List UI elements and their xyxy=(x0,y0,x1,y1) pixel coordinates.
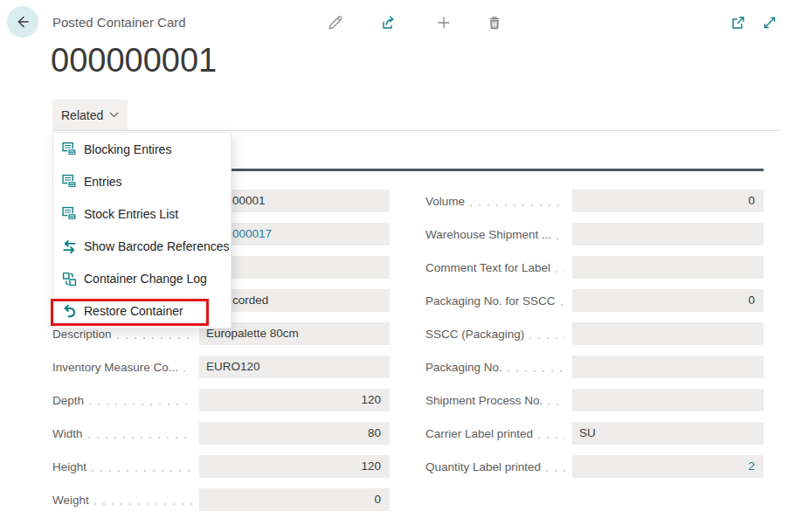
field-row: Shipment Process No. xyxy=(425,389,764,411)
posted-container-card-page: Posted Container Card xyxy=(0,0,809,532)
related-button-label: Related xyxy=(61,108,103,122)
menu-item-label: Restore Container xyxy=(84,304,183,318)
menu-item-label: Container Change Log xyxy=(84,272,207,286)
field-label-packaging-no-sscc: Packaging No. for SSCC xyxy=(425,294,572,307)
field-input-depth[interactable]: 120 xyxy=(199,389,390,411)
field-input-carrier-label-printed[interactable]: SU xyxy=(572,422,764,445)
field-label-weight: Weight xyxy=(52,494,199,507)
menu-item-stock-entries-list[interactable]: Stock Entries List xyxy=(53,197,231,230)
plus-icon xyxy=(435,14,453,31)
delete-button[interactable] xyxy=(486,13,505,32)
field-input-warehouse-shipment[interactable] xyxy=(572,223,764,245)
field-row: Inventory Measure Co...EURO120 xyxy=(52,356,390,378)
open-in-window-button[interactable] xyxy=(729,13,749,32)
field-row: Depth120 xyxy=(52,389,390,411)
expand-button[interactable] xyxy=(761,13,780,32)
entries-icon xyxy=(62,142,77,156)
related-menu-button[interactable]: Related xyxy=(52,100,128,130)
field-row: Volume0 xyxy=(425,190,764,212)
back-arrow-icon xyxy=(14,13,31,31)
field-label-comment-text: Comment Text for Label xyxy=(425,261,572,274)
menu-item-label: Blocking Entires xyxy=(84,142,171,156)
menu-item-entries[interactable]: Entries xyxy=(53,165,231,197)
field-input-volume[interactable]: 0 xyxy=(572,190,764,212)
field-input-width[interactable]: 80 xyxy=(199,422,390,445)
field-row: Carrier Label printedSU xyxy=(425,422,764,445)
entries-icon xyxy=(62,206,77,221)
field-label-depth: Depth xyxy=(52,394,199,407)
field-input-inventory-measure[interactable]: EURO120 xyxy=(199,356,390,378)
field-row: Width80 xyxy=(52,422,390,445)
form-column-right: Volume0 Warehouse Shipment ... Comment T… xyxy=(425,190,764,488)
field-input-weight[interactable]: 0 xyxy=(199,488,390,511)
share-icon xyxy=(380,14,398,31)
related-dropdown-menu: Blocking Entires Entries Stock Entries L… xyxy=(52,132,232,328)
field-label-inventory-measure: Inventory Measure Co... xyxy=(52,361,199,374)
field-label-shipment-process-no: Shipment Process No. xyxy=(425,394,572,407)
undo-icon xyxy=(62,304,77,319)
field-input-comment-text[interactable] xyxy=(572,256,764,279)
edit-button[interactable] xyxy=(327,13,346,32)
menu-item-label: Entries xyxy=(84,175,122,189)
field-row: Packaging No. xyxy=(425,356,764,378)
field-row: SSCC (Packaging) xyxy=(425,322,764,345)
expand-fullscreen-icon xyxy=(761,14,778,31)
page-context-title: Posted Container Card xyxy=(52,15,186,30)
menu-item-container-change-log[interactable]: Container Change Log xyxy=(53,263,231,295)
change-log-icon xyxy=(62,272,77,287)
swap-arrows-icon xyxy=(62,239,77,254)
field-input-height[interactable]: 120 xyxy=(199,455,390,478)
menu-item-show-barcode-references[interactable]: Show Barcode References xyxy=(53,231,231,263)
add-button[interactable] xyxy=(435,13,454,32)
pencil-icon xyxy=(327,14,344,31)
field-row: Comment Text for Label xyxy=(425,256,764,279)
trash-icon xyxy=(486,14,503,31)
chevron-down-icon xyxy=(109,112,119,118)
page-title: 000000001 xyxy=(51,42,217,79)
field-row: Packaging No. for SSCC0 xyxy=(425,289,764,312)
share-button[interactable] xyxy=(380,13,399,32)
menu-item-label: Stock Entries List xyxy=(84,207,178,221)
back-button[interactable] xyxy=(7,6,38,38)
field-input-sscc-packaging[interactable] xyxy=(572,322,764,345)
field-label-height: Height xyxy=(52,460,199,473)
entries-icon xyxy=(62,174,77,189)
field-label-carrier-label-printed: Carrier Label printed xyxy=(425,427,572,440)
menu-item-blocking-entries[interactable]: Blocking Entires xyxy=(53,133,231,165)
field-row: Warehouse Shipment ... xyxy=(425,223,764,245)
field-input-quantity-label-printed[interactable]: 2 xyxy=(572,455,764,478)
field-label-volume: Volume xyxy=(425,195,572,208)
menu-item-label: Show Barcode References xyxy=(84,239,230,253)
menu-item-restore-container[interactable]: Restore Container xyxy=(53,295,231,328)
field-row: Weight0 xyxy=(52,488,390,511)
field-label-warehouse-shipment: Warehouse Shipment ... xyxy=(425,228,572,241)
open-in-new-window-icon xyxy=(729,14,747,31)
field-input-shipment-process-no[interactable] xyxy=(572,389,764,411)
field-label-packaging-no: Packaging No. xyxy=(425,361,572,374)
field-label-description: Description xyxy=(52,328,199,341)
field-input-packaging-no[interactable] xyxy=(572,356,764,378)
field-row: Height120 xyxy=(52,455,390,478)
field-label-sscc-packaging: SSCC (Packaging) xyxy=(425,328,572,341)
action-bar-divider xyxy=(52,130,780,131)
field-row: Quantity Label printed2 xyxy=(425,455,764,478)
field-label-quantity-label-printed: Quantity Label printed xyxy=(425,460,572,473)
field-input-packaging-no-sscc[interactable]: 0 xyxy=(572,289,764,312)
field-label-width: Width xyxy=(52,427,199,440)
